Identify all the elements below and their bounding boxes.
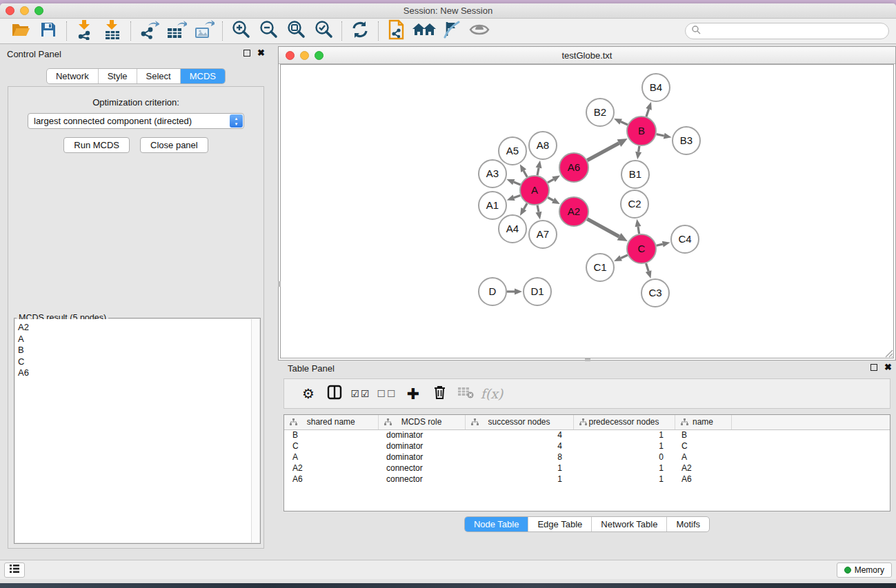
- edge-A-A3[interactable]: [514, 182, 521, 185]
- minimize-window-button[interactable]: [20, 6, 29, 15]
- table-row[interactable]: Cdominator41C: [284, 440, 890, 452]
- arrowhead-icon: [662, 241, 670, 247]
- edge-B-B4[interactable]: [646, 109, 649, 116]
- column-header-shared-name[interactable]: shared name: [284, 415, 378, 429]
- export-table-button[interactable]: [163, 20, 190, 42]
- tab-select[interactable]: Select: [137, 69, 180, 83]
- close-panel-button[interactable]: Close panel: [140, 137, 208, 153]
- deselect-all-checks-icon[interactable]: ☐☐: [374, 388, 400, 399]
- network-graph[interactable]: B4B2BB3A8A5A6A3B1AC2A1A2A4A7C4CC1C3DD1: [281, 65, 894, 358]
- edge-A-A4[interactable]: [524, 203, 527, 209]
- edge-C-C3[interactable]: [646, 263, 649, 272]
- show-eye-button[interactable]: [466, 20, 493, 42]
- mcds-result-item[interactable]: A2: [18, 322, 251, 334]
- column-header-name[interactable]: name: [675, 415, 731, 429]
- node-table[interactable]: shared nameMCDS rolesuccessor nodesprede…: [284, 415, 890, 485]
- edge-A-A7[interactable]: [537, 205, 539, 212]
- mcds-result-list[interactable]: A2ABCA6: [15, 319, 251, 543]
- edge-A-A2[interactable]: [548, 198, 553, 201]
- node-label-C4: C4: [678, 233, 691, 245]
- edge-A-A6[interactable]: [548, 179, 554, 183]
- close-window-button[interactable]: [6, 6, 14, 15]
- select-all-checks-icon[interactable]: ☑☑: [348, 388, 374, 399]
- node-label-A7: A7: [537, 228, 549, 240]
- main-toolbar: [0, 19, 896, 44]
- memory-status-icon: [844, 567, 851, 574]
- import-table-button[interactable]: [99, 20, 126, 42]
- open-session-button[interactable]: [7, 20, 34, 42]
- tab-edge-table[interactable]: Edge Table: [528, 517, 591, 531]
- edge-C-C1[interactable]: [621, 255, 628, 258]
- tab-network[interactable]: Network: [47, 69, 98, 83]
- right-area: testGlobe.txt B4B2BB3A8A5A6A3B1AC2A1A2A4…: [278, 45, 896, 560]
- tab-node-table[interactable]: Node Table: [465, 517, 528, 531]
- edge-C-C2[interactable]: [638, 227, 639, 234]
- column-header-predecessor-nodes[interactable]: predecessor nodes: [573, 415, 675, 429]
- mcds-result-item[interactable]: C: [18, 356, 251, 368]
- float-panel-icon[interactable]: [243, 50, 250, 57]
- table-row[interactable]: A2connector11A2: [284, 463, 890, 474]
- optimization-criterion-select[interactable]: largest connected component (directed) ▲…: [28, 113, 244, 129]
- edge-A2-C[interactable]: [587, 219, 619, 237]
- edge-A-A5[interactable]: [524, 171, 527, 177]
- network-close-button[interactable]: [286, 51, 295, 60]
- zoom-window-button[interactable]: [34, 6, 43, 15]
- search-input[interactable]: [701, 25, 888, 37]
- zoom-in-button[interactable]: [227, 20, 255, 42]
- refresh-layout-button[interactable]: [346, 20, 374, 42]
- network-zoom-button[interactable]: [315, 51, 323, 60]
- table-toolbar: ⚙ ☑☑ ☐☐ ✚ f(x): [283, 378, 890, 409]
- export-image-button[interactable]: [190, 20, 218, 42]
- edge-A-A1[interactable]: [514, 195, 520, 197]
- zoom-fit-button[interactable]: [282, 20, 310, 42]
- result-scrollbar[interactable]: [251, 319, 259, 543]
- mcds-result-item[interactable]: A: [18, 334, 251, 345]
- table-row[interactable]: A6connector11A6: [284, 474, 890, 485]
- run-mcds-button[interactable]: Run MCDS: [63, 137, 130, 153]
- search-icon: [691, 25, 701, 37]
- tab-motifs[interactable]: Motifs: [666, 517, 709, 531]
- column-selector-icon[interactable]: [321, 385, 348, 403]
- arrowhead-icon: [646, 102, 652, 110]
- save-floppy-icon: [40, 21, 57, 41]
- task-history-button[interactable]: [4, 562, 25, 578]
- home-button[interactable]: [410, 20, 438, 42]
- add-column-icon[interactable]: ✚: [400, 385, 426, 403]
- edge-B-B2[interactable]: [621, 122, 628, 125]
- zoom-selected-button[interactable]: [310, 20, 337, 42]
- table-row[interactable]: Bdominator41B: [284, 429, 890, 440]
- tab-style[interactable]: Style: [98, 69, 137, 83]
- edge-A-A8[interactable]: [537, 168, 539, 175]
- clone-network-button[interactable]: [383, 20, 410, 42]
- edge-B-B1[interactable]: [639, 146, 639, 152]
- edge-B-B3[interactable]: [657, 134, 664, 136]
- column-header-MCDS-role[interactable]: MCDS role: [378, 415, 465, 429]
- mcds-result-item[interactable]: A6: [18, 367, 251, 379]
- save-session-button[interactable]: [34, 20, 62, 42]
- memory-button[interactable]: Memory: [837, 562, 892, 578]
- close-panel-icon[interactable]: ✖: [257, 50, 265, 57]
- tab-mcds[interactable]: MCDS: [180, 69, 225, 83]
- column-header-successor-nodes[interactable]: successor nodes: [465, 415, 573, 429]
- tab-network-table[interactable]: Network Table: [591, 517, 666, 531]
- hide-flagged-button[interactable]: [438, 20, 466, 42]
- arrowhead-icon: [614, 255, 622, 261]
- double-home-icon: [412, 21, 437, 41]
- table-settings-gear-icon[interactable]: ⚙: [295, 385, 321, 402]
- node-label-A: A: [531, 184, 538, 196]
- mcds-result-item[interactable]: B: [18, 345, 251, 356]
- close-panel-icon[interactable]: ✖: [884, 364, 892, 371]
- network-minimize-button[interactable]: [300, 51, 309, 60]
- delete-column-trash-icon[interactable]: [426, 385, 452, 403]
- edge-A6-B[interactable]: [587, 143, 619, 161]
- node-label-A8: A8: [537, 139, 549, 151]
- network-canvas[interactable]: B4B2BB3A8A5A6A3B1AC2A1A2A4A7C4CC1C3DD1: [280, 64, 894, 358]
- edge-C-C4[interactable]: [656, 244, 662, 245]
- table-row[interactable]: Adominator80A: [284, 452, 890, 463]
- export-network-button[interactable]: [135, 20, 163, 42]
- zoom-out-button[interactable]: [255, 20, 282, 42]
- float-panel-icon[interactable]: [870, 364, 877, 371]
- resize-grip-icon[interactable]: [884, 348, 893, 358]
- search-box[interactable]: [685, 23, 889, 39]
- import-network-button[interactable]: [71, 20, 99, 42]
